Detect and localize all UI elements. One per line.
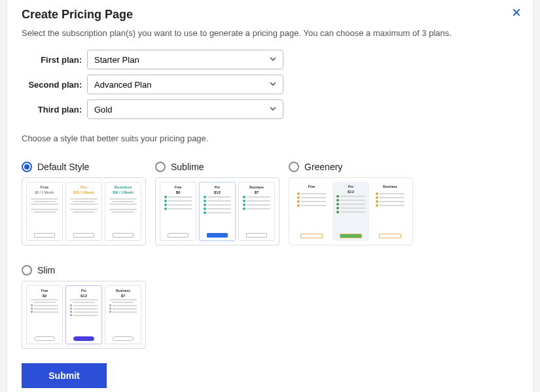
thumb-tier-free: Free [308, 185, 315, 188]
style-options-grid: Default Style Free $0 / 1 Month Pro $25 … [22, 162, 518, 349]
radio-default[interactable] [22, 162, 32, 172]
thumb-default: Free $0 / 1 Month Pro $25 / 1 Month [22, 177, 146, 245]
style-option-default[interactable]: Default Style Free $0 / 1 Month Pro $25 … [22, 162, 147, 245]
thumb-price: $7 [255, 190, 259, 194]
thumb-sublime: Free $0 Pro $12 [155, 177, 279, 245]
thumb-greenery: Free Pro $12 [289, 177, 413, 245]
thumb-price: $12 [81, 294, 87, 298]
thumb-tier-free: Free [175, 185, 182, 189]
thumb-tier-business: Business [115, 185, 132, 189]
style-instruction: Choose a style that better suits your pr… [22, 134, 518, 143]
thumb-tier-pro: Pro [348, 185, 353, 188]
thumb-price: $12 [348, 190, 354, 194]
style-option-slim[interactable]: Slim Free $0 Pro $12 [22, 265, 147, 349]
thumb-tier-business: Business [249, 185, 264, 189]
radio-sublime[interactable] [155, 162, 166, 172]
thumb-tier-business: Business [116, 289, 130, 293]
plan-selectors: First plan: Starter Plan Second plan: Ad… [22, 50, 518, 119]
thumb-tier-pro: Pro [81, 289, 86, 293]
radio-slim[interactable] [22, 265, 32, 276]
style-option-sublime[interactable]: Sublime Free $0 Pro $12 [155, 162, 281, 245]
radio-label-default: Default Style [37, 162, 89, 172]
modal-subtitle: Select the subscription plan(s) you want… [22, 28, 518, 38]
first-plan-select[interactable]: Starter Plan [87, 50, 283, 69]
second-plan-label: Second plan: [22, 80, 87, 90]
first-plan-label: First plan: [22, 55, 87, 65]
radio-greenery[interactable] [289, 162, 299, 172]
radio-label-sublime: Sublime [171, 162, 204, 172]
thumb-price: $12 [214, 190, 221, 194]
thumb-tier-pro: Pro [81, 185, 87, 189]
radio-label-slim: Slim [37, 265, 55, 276]
thumb-price: $25 / 1 Month [73, 190, 94, 194]
close-icon[interactable] [512, 7, 521, 20]
submit-button[interactable]: Submit [22, 363, 107, 388]
thumb-tier-business: Business [383, 185, 397, 188]
radio-label-greenery: Greenery [304, 162, 342, 172]
thumb-slim: Free $0 Pro $12 [22, 281, 146, 349]
thumb-price: $0 [43, 294, 47, 298]
thumb-tier-free: Free [41, 289, 48, 293]
create-pricing-modal: Create Pricing Page Select the subscript… [7, 0, 533, 392]
style-option-greenery[interactable]: Greenery Free Pro $12 [289, 162, 414, 245]
third-plan-label: Third plan: [22, 105, 87, 115]
thumb-price: $50 / 1 Month [113, 190, 134, 194]
thumb-price: $0 [176, 190, 181, 194]
thumb-tier-pro: Pro [215, 185, 220, 189]
modal-title: Create Pricing Page [22, 8, 518, 22]
second-plan-select[interactable]: Advanced Plan [87, 75, 283, 94]
thumb-price: $0 / 1 Month [35, 190, 54, 194]
third-plan-select[interactable]: Gold [87, 99, 283, 119]
thumb-tier-free: Free [41, 185, 49, 189]
thumb-price: $7 [121, 294, 126, 298]
